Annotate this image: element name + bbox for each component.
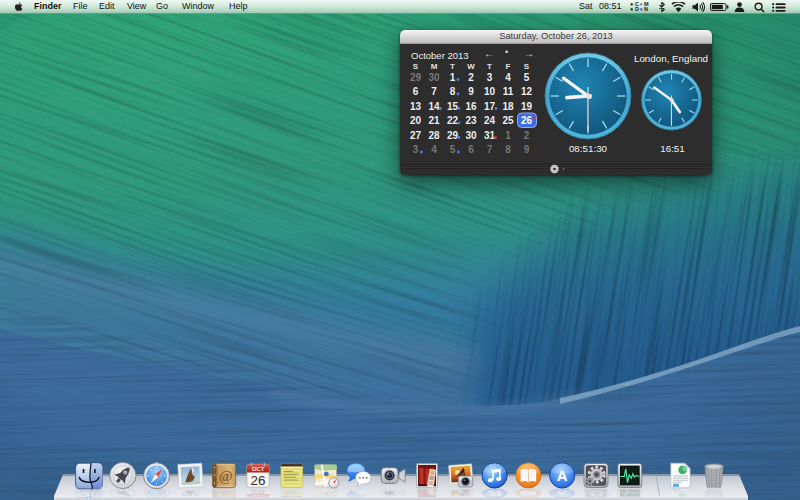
svg-text:16:51: 16:51 xyxy=(660,143,685,154)
svg-text:OCT: OCT xyxy=(252,466,265,472)
svg-text:08:51:30: 08:51:30 xyxy=(569,143,608,154)
svg-text:@: @ xyxy=(219,468,233,484)
svg-text:26: 26 xyxy=(251,473,266,488)
svg-text:London, England: London, England xyxy=(634,53,708,64)
